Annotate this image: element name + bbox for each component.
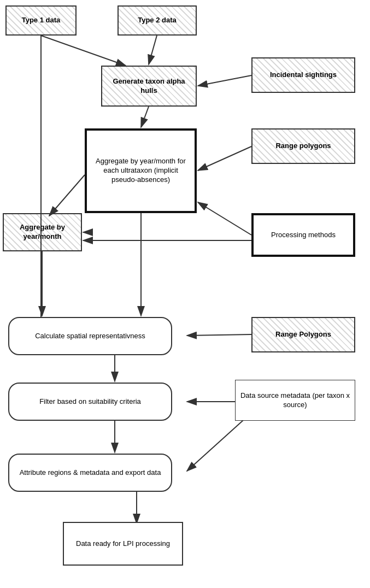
svg-line-7 bbox=[49, 175, 85, 216]
svg-line-1 bbox=[41, 36, 126, 66]
svg-line-3 bbox=[198, 75, 251, 86]
data-source-metadata-label: Data source metadata (per taxon x source… bbox=[236, 388, 355, 413]
range-polygons-top-node: Range polygons bbox=[251, 128, 355, 164]
svg-line-14 bbox=[187, 334, 251, 336]
attribute-regions-label: Attribute regions & metadata and export … bbox=[15, 465, 166, 481]
generate-taxon-node: Generate taxon alpha hulls bbox=[101, 66, 197, 107]
range-polygons-top-label: Range polygons bbox=[271, 138, 335, 154]
generate-taxon-label: Generate taxon alpha hulls bbox=[102, 74, 196, 99]
incidental-sightings-label: Incidental sightings bbox=[266, 67, 341, 83]
type2-data-label: Type 2 data bbox=[133, 13, 181, 28]
flowchart-diagram: Type 1 data Type 2 data Generate taxon a… bbox=[0, 0, 370, 588]
aggregate-ultrataxon-node: Aggregate by year/month for each ultrata… bbox=[85, 128, 197, 213]
attribute-regions-node: Attribute regions & metadata and export … bbox=[8, 454, 172, 492]
data-ready-label: Data ready for LPI processing bbox=[72, 536, 174, 552]
aggregate-year-month-node: Aggregate by year/month bbox=[3, 213, 82, 251]
processing-methods-node: Processing methods bbox=[251, 213, 355, 257]
type2-data-node: Type 2 data bbox=[118, 5, 197, 36]
calculate-spatial-label: Calculate spatial representativness bbox=[31, 328, 150, 344]
filter-suitability-label: Filter based on suitability criteria bbox=[35, 394, 145, 410]
svg-line-5 bbox=[198, 146, 251, 170]
svg-line-17 bbox=[187, 415, 249, 471]
type1-data-node: Type 1 data bbox=[5, 5, 77, 36]
calculate-spatial-node: Calculate spatial representativness bbox=[8, 317, 172, 355]
type1-data-label: Type 1 data bbox=[17, 13, 65, 28]
data-source-metadata-node: Data source metadata (per taxon x source… bbox=[235, 380, 355, 421]
filter-suitability-node: Filter based on suitability criteria bbox=[8, 383, 172, 421]
incidental-sightings-node: Incidental sightings bbox=[251, 57, 355, 93]
svg-line-8 bbox=[198, 202, 251, 235]
svg-line-4 bbox=[141, 107, 149, 127]
svg-line-2 bbox=[149, 36, 157, 64]
range-polygons-bottom-node: Range Polygons bbox=[251, 317, 355, 352]
aggregate-ultrataxon-label: Aggregate by year/month for each ultrata… bbox=[87, 154, 195, 188]
range-polygons-bottom-label: Range Polygons bbox=[271, 327, 336, 343]
data-ready-node: Data ready for LPI processing bbox=[63, 522, 183, 566]
processing-methods-label: Processing methods bbox=[267, 227, 340, 243]
aggregate-year-month-label: Aggregate by year/month bbox=[4, 220, 81, 245]
